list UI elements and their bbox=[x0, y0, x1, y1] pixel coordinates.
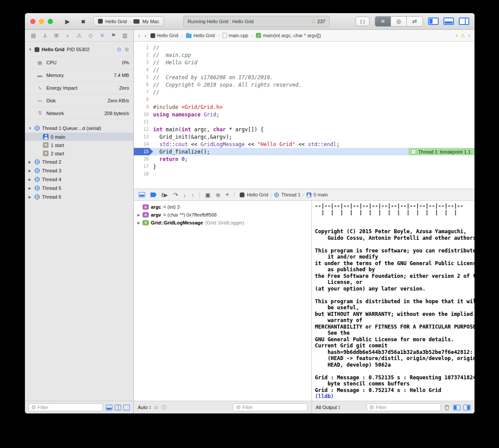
disclosure-closed-icon[interactable]: ▶ bbox=[28, 186, 32, 190]
forward-button[interactable]: › bbox=[144, 32, 146, 39]
disclosure-closed-icon[interactable]: ▶ bbox=[137, 213, 140, 217]
disclosure-closed-icon[interactable]: ▶ bbox=[28, 169, 32, 173]
jumpbar-project[interactable]: Hello Grid bbox=[150, 33, 178, 38]
code-line-3[interactable]: 3// Hello Grid bbox=[134, 59, 475, 66]
nav-tab-tests[interactable]: ◇ bbox=[87, 31, 95, 40]
console-output[interactable]: --|--|--|--|--|--|--|--|--|--|--|--|--|-… bbox=[312, 201, 475, 401]
stack-frame-2-start[interactable]: ⚙2 start bbox=[25, 149, 133, 158]
next-issue-button[interactable]: › bbox=[468, 32, 470, 38]
view-mode-columns-button[interactable] bbox=[115, 405, 121, 410]
continue-button[interactable]: ▶ bbox=[162, 192, 168, 198]
code-line-14[interactable]: 14 std::cout << GridLogMessage << "Hello… bbox=[134, 140, 475, 148]
code-line-16[interactable]: 16 return 0; bbox=[134, 155, 475, 163]
code-line-11[interactable]: 11 bbox=[134, 118, 475, 126]
disclosure-closed-icon[interactable]: ▶ bbox=[28, 195, 32, 199]
back-button[interactable]: ‹ bbox=[138, 32, 140, 39]
view-mode-plain-button[interactable] bbox=[123, 405, 130, 410]
simulate-location-button[interactable]: ⌖ bbox=[226, 191, 229, 198]
stack-frame-1-start[interactable]: ⚙1 start bbox=[25, 141, 133, 149]
toggle-navigator-button[interactable] bbox=[428, 18, 439, 25]
stop-button[interactable]: ■ bbox=[78, 17, 89, 26]
show-variables-view-button[interactable] bbox=[453, 405, 461, 410]
toggle-inspectors-button[interactable] bbox=[459, 18, 469, 25]
nav-tab-breakpoints[interactable]: ⚑ bbox=[109, 31, 118, 40]
standard-editor-button[interactable]: ≡ bbox=[375, 17, 391, 26]
code-line-2[interactable]: 2// main.cpp bbox=[134, 51, 475, 59]
thread-row-6[interactable]: ▶Thread 6 bbox=[25, 192, 133, 201]
disclosure-closed-icon[interactable]: ▶ bbox=[28, 160, 32, 164]
code-line-13[interactable]: 13 Grid_init(&argc,&argv); bbox=[134, 133, 475, 140]
code-line-15[interactable]: 15 Grid_finalize();≡Thread 1: breakpoint… bbox=[134, 148, 475, 155]
warning-counter[interactable]: ⚠ 237 bbox=[311, 18, 325, 24]
assistant-editor-button[interactable]: ◎ bbox=[391, 17, 407, 26]
filter-input[interactable] bbox=[376, 405, 438, 410]
code-line-9[interactable]: 9#include <Grid/Grid.h> bbox=[134, 103, 475, 111]
code-line-7[interactable]: 7// bbox=[134, 88, 475, 96]
version-editor-button[interactable]: ⇄ bbox=[407, 17, 422, 26]
disclosure-open-icon[interactable]: ▼ bbox=[28, 126, 32, 130]
code-line-8[interactable]: 8 bbox=[134, 96, 475, 103]
thread-row-3[interactable]: ▶Thread 3 bbox=[25, 166, 133, 175]
process-row[interactable]: ▼ Hello Grid PID 55302 ⊙ ⊚ bbox=[25, 46, 133, 56]
nav-tab-reports[interactable]: ▥ bbox=[121, 31, 129, 40]
breakpoint-badge[interactable]: 15 bbox=[134, 148, 153, 155]
gauge-disk[interactable]: ▭DiskZero KB/s bbox=[25, 94, 133, 107]
view-hierarchy-button[interactable]: ▣ bbox=[205, 192, 210, 198]
thread-row-4[interactable]: ▶Thread 4 bbox=[25, 175, 133, 184]
scheme-device[interactable]: My Mac bbox=[142, 19, 159, 24]
code-review-button[interactable]: { } bbox=[356, 17, 370, 26]
jumpbar-symbol[interactable]: f main(int argc, char * argv[]) bbox=[256, 33, 321, 38]
step-out-button[interactable]: ↑ bbox=[191, 192, 194, 198]
variable-Grid-GridLogMessage[interactable]: ▶VGrid::GridLogMessage(Grid::GridLogger) bbox=[137, 219, 308, 227]
jumpbar-group[interactable]: Hello Grid bbox=[186, 33, 215, 38]
previous-issue-button[interactable]: ‹ bbox=[456, 32, 457, 38]
zoom-window-button[interactable] bbox=[48, 19, 53, 24]
gauge-memory[interactable]: ▬Memory7.4 MB bbox=[25, 69, 133, 81]
memory-graph-button[interactable]: ⊚ bbox=[216, 192, 220, 198]
close-window-button[interactable] bbox=[30, 19, 35, 24]
instruments-button[interactable]: ⊙ bbox=[116, 46, 122, 52]
breadcrumb-process[interactable]: Hello Grid bbox=[247, 192, 268, 197]
variable-argv[interactable]: ▶Aargv= (char **) 0x7ffeefbff568 bbox=[137, 211, 308, 219]
breakpoint-annotation[interactable]: ≡Thread 1: breakpoint 1.1 bbox=[408, 148, 475, 155]
code-line-10[interactable]: 10using namespace Grid; bbox=[134, 111, 475, 118]
filter-input[interactable] bbox=[38, 405, 100, 410]
view-mode-stacked-button[interactable] bbox=[106, 405, 112, 410]
console-filter-field[interactable] bbox=[366, 403, 441, 411]
disclosure-open-icon[interactable]: ▼ bbox=[28, 48, 32, 52]
breadcrumb-frame[interactable]: 0 main bbox=[314, 192, 328, 197]
filter-input[interactable] bbox=[242, 405, 304, 410]
console-scope-select[interactable]: All Output ▴ ▾ bbox=[316, 405, 340, 410]
source-editor[interactable]: 1//2// main.cpp3// Hello Grid4//5// Crea… bbox=[134, 42, 475, 189]
clear-console-button[interactable] bbox=[444, 405, 450, 410]
step-over-button[interactable]: ↷ bbox=[173, 192, 178, 198]
thread-row-5[interactable]: ▶Thread 5 bbox=[25, 184, 133, 192]
code-line-6[interactable]: 6// Copyright © 2019 sopa. All rights re… bbox=[134, 81, 475, 88]
nav-tab-source-control[interactable]: Y bbox=[41, 31, 49, 40]
thread-row-1[interactable]: ▼Thread 1 Queue:...d (serial) bbox=[25, 124, 133, 133]
breadcrumb-thread[interactable]: Thread 1 bbox=[281, 192, 300, 197]
disclosure-closed-icon[interactable]: ▶ bbox=[28, 178, 32, 182]
gauge-network[interactable]: ⇅Network208 bytes/s bbox=[25, 107, 133, 119]
code-line-12[interactable]: 12int main(int argc, char * argv[]) { bbox=[134, 126, 475, 133]
hide-debug-area-button[interactable] bbox=[139, 192, 145, 197]
jumpbar-file[interactable]: main.cpp bbox=[223, 33, 248, 38]
nav-tab-find[interactable]: ⌕ bbox=[63, 31, 72, 40]
gauge-energy[interactable]: ϟEnergy ImpactZero bbox=[25, 81, 133, 94]
run-button[interactable]: ▶ bbox=[62, 17, 73, 26]
code-line-18[interactable]: 18 bbox=[134, 170, 475, 178]
variables-filter-field[interactable] bbox=[233, 403, 307, 411]
variables-scope-select[interactable]: Auto ▴ ▾ bbox=[138, 405, 151, 410]
breakpoints-toggle-button[interactable] bbox=[150, 192, 157, 197]
nav-tab-symbols[interactable]: ⊞ bbox=[52, 31, 60, 40]
navigator-filter-field[interactable] bbox=[28, 403, 103, 411]
nav-tab-project[interactable]: ▤ bbox=[29, 31, 38, 40]
toggle-debug-area-button[interactable] bbox=[443, 18, 454, 25]
scheme-target[interactable]: Hello Grid bbox=[105, 19, 127, 24]
nav-tab-debug[interactable]: ≡ bbox=[98, 31, 106, 40]
info-icon[interactable]: ⓘ bbox=[162, 404, 167, 411]
gauge-cpu[interactable]: ▦CPU0% bbox=[25, 56, 133, 69]
code-line-17[interactable]: 17} bbox=[134, 163, 475, 170]
scheme-selector[interactable]: Hello Grid › My Mac bbox=[93, 16, 164, 26]
show-console-button[interactable] bbox=[463, 405, 471, 410]
